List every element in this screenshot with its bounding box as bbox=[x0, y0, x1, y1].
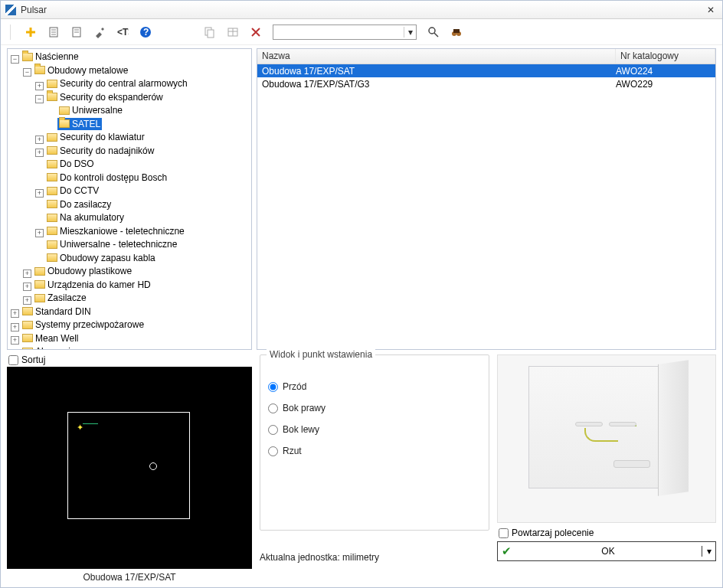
tree-node[interactable]: Security do nadajników bbox=[45, 145, 155, 157]
tree-toggle[interactable] bbox=[35, 173, 44, 181]
category-tree[interactable]: −Naścienne−Obudowy metalowe+Security do … bbox=[7, 48, 252, 350]
list-row[interactable]: Obudowa 17/EXP/SATAWO224 bbox=[257, 64, 715, 77]
view-radio[interactable]: Bok lewy bbox=[268, 424, 481, 435]
close-button[interactable]: ✕ bbox=[704, 5, 718, 15]
tree-toggle[interactable]: + bbox=[23, 296, 31, 305]
tree-node[interactable]: Mieszkaniowe - teletechniczne bbox=[45, 225, 186, 237]
tree-toggle[interactable]: + bbox=[23, 283, 31, 291]
ok-dropdown[interactable]: ▾ bbox=[702, 546, 715, 557]
tree-toggle[interactable]: + bbox=[11, 323, 19, 332]
folder-icon bbox=[47, 173, 57, 181]
ok-label: OK bbox=[515, 546, 702, 557]
delete-icon[interactable] bbox=[250, 26, 262, 38]
tree-toggle[interactable]: + bbox=[11, 350, 19, 351]
tree-node-label: Obudowy metalowe bbox=[47, 64, 128, 77]
view-radio-label: Przód bbox=[283, 381, 306, 392]
chevron-down-icon[interactable]: ▾ bbox=[404, 27, 416, 38]
tree-node-label: Do DSO bbox=[60, 158, 94, 170]
tree-node[interactable]: Do kontroli dostępu Bosch bbox=[45, 172, 168, 184]
tree-toggle[interactable] bbox=[47, 119, 56, 128]
toolbar: <T> ? ▾ bbox=[1, 19, 722, 45]
tree-toggle[interactable] bbox=[47, 106, 56, 115]
copy-icon[interactable] bbox=[204, 26, 216, 38]
add-icon[interactable] bbox=[25, 26, 37, 38]
view-radio[interactable]: Rzut bbox=[268, 446, 481, 456]
view-radio-label: Rzut bbox=[283, 446, 302, 456]
list-cell-name: Obudowa 17/EXP/SAT bbox=[262, 66, 616, 77]
table-icon[interactable] bbox=[227, 26, 239, 38]
tree-toggle[interactable]: + bbox=[23, 270, 31, 278]
ok-button[interactable]: ✔ OK ▾ bbox=[497, 541, 716, 561]
search-icon[interactable] bbox=[427, 26, 440, 38]
tree-node[interactable]: Obudowy plastikowe bbox=[33, 265, 133, 277]
sort-checkbox[interactable]: Sortuj bbox=[7, 354, 252, 367]
tree-node[interactable]: Na akumulatory bbox=[45, 211, 126, 224]
tree-toggle[interactable]: + bbox=[35, 82, 44, 90]
search-input[interactable] bbox=[273, 27, 404, 38]
binoculars-icon[interactable] bbox=[450, 26, 463, 38]
tree-node-label: Standard DIN bbox=[35, 305, 91, 318]
tree-toggle[interactable]: + bbox=[35, 229, 44, 237]
tree-toggle[interactable]: + bbox=[11, 336, 19, 345]
list-body[interactable]: Obudowa 17/EXP/SATAWO224Obudowa 17/EXP/S… bbox=[257, 64, 715, 349]
folder-icon bbox=[47, 253, 57, 262]
tag-icon[interactable]: <T> bbox=[116, 26, 129, 38]
svg-rect-6 bbox=[208, 30, 214, 38]
view-radio[interactable]: Przód bbox=[268, 381, 481, 392]
tree-node[interactable]: Urządzenia do kamer HD bbox=[33, 279, 152, 291]
product-image bbox=[497, 354, 716, 523]
tree-node[interactable]: Zasilacze bbox=[33, 292, 88, 304]
tree-node[interactable]: Standard DIN bbox=[21, 305, 93, 318]
repeat-checkbox[interactable]: Powtarzaj polecenie bbox=[497, 523, 716, 541]
column-name[interactable]: Nazwa bbox=[257, 49, 616, 64]
tree-node[interactable]: SATEL bbox=[57, 118, 102, 130]
tree-node[interactable]: Obudowy metalowe bbox=[33, 64, 129, 77]
tree-node[interactable]: Mean Well bbox=[21, 332, 80, 345]
tree-node[interactable]: Security do klawiatur bbox=[45, 131, 146, 143]
tree-node[interactable]: Do CCTV bbox=[45, 185, 100, 197]
tree-toggle[interactable] bbox=[35, 253, 44, 262]
folder-icon bbox=[47, 160, 57, 168]
tree-node[interactable]: Security do ekspanderów bbox=[45, 91, 165, 103]
window-title: Pulsar bbox=[21, 5, 704, 15]
tree-toggle[interactable] bbox=[35, 200, 44, 208]
folder-icon bbox=[22, 307, 33, 315]
tree-node-label: Akcesoria bbox=[35, 345, 76, 350]
column-catalog[interactable]: Nr katalogowy bbox=[616, 49, 715, 64]
tree-node[interactable]: Security do central alarmowych bbox=[45, 77, 189, 90]
tree-node[interactable]: Obudowy zapasu kabla bbox=[45, 252, 157, 264]
tree-toggle[interactable] bbox=[35, 214, 44, 222]
tree-node[interactable]: Uniwersalne - teletechniczne bbox=[45, 238, 178, 250]
tree-node[interactable]: Do DSO bbox=[45, 158, 96, 170]
check-icon: ✔ bbox=[498, 544, 515, 558]
document2-icon[interactable] bbox=[70, 26, 83, 38]
tree-toggle[interactable] bbox=[35, 160, 44, 168]
view-radio[interactable]: Bok prawy bbox=[268, 403, 481, 413]
tree-toggle[interactable]: − bbox=[35, 95, 44, 103]
tree-toggle[interactable]: + bbox=[35, 189, 44, 198]
tree-node[interactable]: Akcesoria bbox=[21, 345, 77, 350]
preview-canvas: ✦ bbox=[7, 367, 252, 569]
tree-toggle[interactable] bbox=[35, 240, 44, 249]
tree-toggle[interactable]: + bbox=[11, 309, 19, 318]
tree-node[interactable]: Uniwersalne bbox=[57, 104, 124, 116]
folder-icon bbox=[22, 334, 33, 342]
list-row[interactable]: Obudowa 17/EXP/SAT/G3AWO229 bbox=[257, 77, 715, 90]
tree-node[interactable]: Systemy przeciwpożarowe bbox=[21, 318, 146, 331]
tree-toggle[interactable]: + bbox=[35, 136, 44, 144]
tree-node[interactable]: Naścienne bbox=[21, 51, 80, 63]
folder-icon bbox=[47, 93, 57, 101]
tree-toggle[interactable]: + bbox=[35, 149, 44, 157]
tree-node-label: Na akumulatory bbox=[60, 211, 124, 224]
search-combobox[interactable]: ▾ bbox=[273, 24, 417, 40]
tree-toggle[interactable]: − bbox=[11, 55, 19, 64]
repeat-label: Powtarzaj polecenie bbox=[512, 528, 594, 538]
tree-node[interactable]: Do zasilaczy bbox=[45, 198, 113, 211]
product-list: Nazwa Nr katalogowy Obudowa 17/EXP/SATAW… bbox=[257, 48, 716, 350]
tree-node-label: Zasilacze bbox=[47, 292, 87, 304]
help-icon[interactable]: ? bbox=[139, 26, 152, 38]
tools-icon[interactable] bbox=[93, 26, 106, 38]
list-header: Nazwa Nr katalogowy bbox=[257, 49, 715, 64]
document-icon[interactable] bbox=[47, 26, 60, 38]
tree-toggle[interactable]: − bbox=[23, 68, 31, 77]
